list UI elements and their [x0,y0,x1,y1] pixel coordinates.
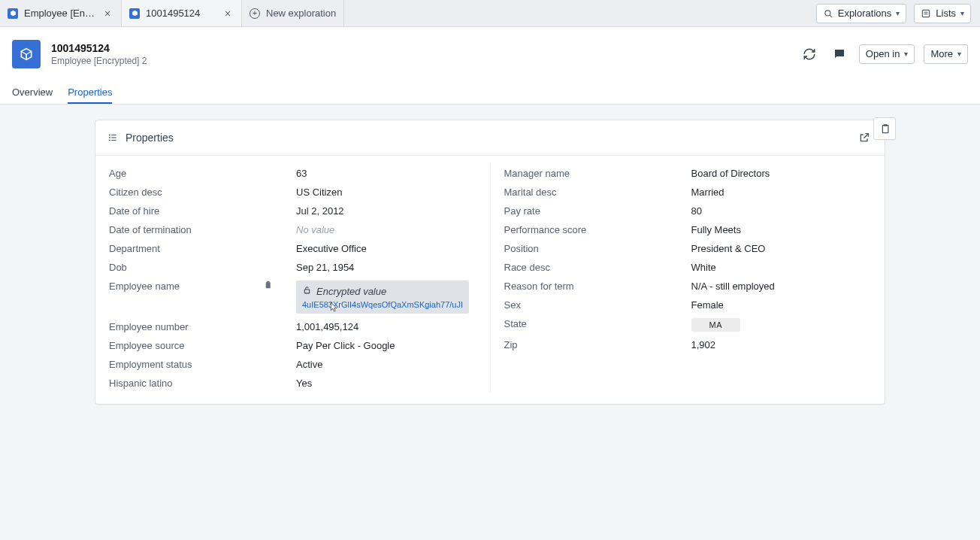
property-row-marital-desc: Marital desc Married [491,182,885,201]
property-value: N/A - still employed [691,279,872,292]
property-value: MA [691,317,872,332]
svg-rect-8 [111,135,116,135]
close-icon[interactable]: × [101,8,113,20]
close-icon[interactable]: × [222,8,234,20]
svg-point-0 [825,10,830,15]
svg-rect-5 [882,125,888,132]
new-tab-label: New exploration [266,8,336,19]
card-title: Properties [126,132,174,144]
tab-properties[interactable]: Properties [68,86,112,104]
more-dropdown[interactable]: More ▾ [924,44,968,64]
svg-rect-14 [267,281,270,283]
chevron-down-icon: ▾ [960,9,964,17]
property-value: Board of Directors [691,166,872,179]
tab-label: Employee [Encry… [24,8,95,19]
property-value: Jul 2, 2012 [296,204,476,217]
property-row-hispanic-latino: Hispanic latino Yes [95,373,490,392]
property-value: Active [296,357,476,370]
property-value: Yes [296,376,476,389]
tab-employee-encrypted[interactable]: Employee [Encry… × [0,0,122,26]
property-value-encrypted[interactable]: Encrypted value 4uIE583XrGlI4sWqesOfQaXm… [296,279,476,314]
property-value: Female [691,298,872,311]
browser-tabbar: Employee [Encry… × 1001495124 × + New ex… [0,0,980,27]
tab-overview[interactable]: Overview [12,86,53,104]
page-subtitle: Employee [Encrypted] 2 [51,56,788,66]
svg-rect-6 [883,124,887,126]
svg-line-1 [830,15,832,17]
property-value: 63 [296,166,476,179]
property-label: Age [109,166,263,179]
cube-icon [129,8,140,19]
more-label: More [930,48,953,59]
property-row-zip: Zip 1,902 [491,335,885,353]
search-icon [823,8,833,19]
property-row-employee-number: Employee number 1,001,495,124 [95,317,490,335]
popout-button[interactable] [856,129,873,146]
property-label: Date of hire [109,204,263,217]
svg-rect-13 [266,282,271,288]
encrypted-label: Encrypted value [316,286,386,297]
property-value: US Citizen [296,185,476,198]
properties-left-column: Age 63 Citizen desc US Citizen Date of h… [95,163,491,392]
svg-rect-15 [304,290,310,293]
property-value: Pay Per Click - Google [296,338,476,351]
property-value: Sep 21, 1954 [296,260,476,273]
property-row-manager-name: Manager name Board of Directors [491,163,885,182]
property-label: Employee name [109,279,263,292]
clipboard-button[interactable] [873,117,896,140]
property-label: Position [504,241,658,254]
object-subtabs: Overview Properties [0,80,980,105]
properties-right-column: Manager name Board of Directors Marital … [491,163,885,392]
property-label: State [504,317,658,329]
unlock-icon [302,285,312,297]
property-value: 1,001,495,124 [296,320,476,332]
property-row-employee-name: Employee name Encrypted value [95,276,490,317]
svg-point-11 [109,140,110,141]
open-in-dropdown[interactable]: Open in ▾ [859,44,915,64]
state-chip[interactable]: MA [691,318,741,332]
explorations-label: Explorations [838,8,892,19]
property-label: Employment status [109,357,263,370]
cube-icon [12,40,41,68]
property-row-state: State MA [491,314,885,335]
property-label: Pay rate [504,204,658,217]
property-label: Citizen desc [109,185,263,198]
lists-dropdown[interactable]: Lists ▾ [914,4,971,23]
property-label: Employee number [109,320,263,332]
plus-circle-icon: + [250,8,260,19]
property-value: Fully Meets [691,223,872,235]
new-exploration-tab[interactable]: + New exploration [242,0,344,26]
object-header: 1001495124 Employee [Encrypted] 2 Open i… [0,27,980,81]
property-label: Dob [109,260,263,273]
property-label: Hispanic latino [109,376,263,389]
property-label: Zip [504,338,658,350]
top-right-controls: Explorations ▾ Lists ▾ [807,0,980,26]
property-row-department: Department Executive Office [95,238,490,257]
property-row-position: Position President & CEO [491,238,885,257]
tab-1001495124[interactable]: 1001495124 × [122,0,242,26]
encrypted-hash: 4uIE583XrGlI4sWqesOfQaXmSKgiah77/uJI [302,300,463,309]
explorations-dropdown[interactable]: Explorations ▾ [816,4,907,23]
property-row-performance-score: Performance score Fully Meets [491,220,885,238]
property-row-citizen-desc: Citizen desc US Citizen [95,182,490,201]
comment-button[interactable] [829,44,850,65]
property-row-pay-rate: Pay rate 80 [491,201,885,220]
refresh-button[interactable] [799,44,820,65]
property-label: Reason for term [504,279,658,292]
clipboard-icon[interactable] [263,279,296,293]
lists-label: Lists [936,8,956,19]
property-label: Sex [504,298,658,311]
cube-icon [8,8,18,19]
property-label: Performance score [504,223,658,235]
open-in-label: Open in [866,48,900,59]
svg-rect-12 [111,140,116,141]
properties-list-icon [107,132,118,143]
property-value: White [691,260,872,273]
list-icon [921,8,931,19]
property-label: Department [109,241,263,254]
property-value: President & CEO [691,241,872,254]
property-value: 1,902 [691,338,872,350]
page-title: 1001495124 [51,42,788,54]
property-row-reason-for-term: Reason for term N/A - still employed [491,276,885,295]
property-row-employee-source: Employee source Pay Per Click - Google [95,335,490,354]
